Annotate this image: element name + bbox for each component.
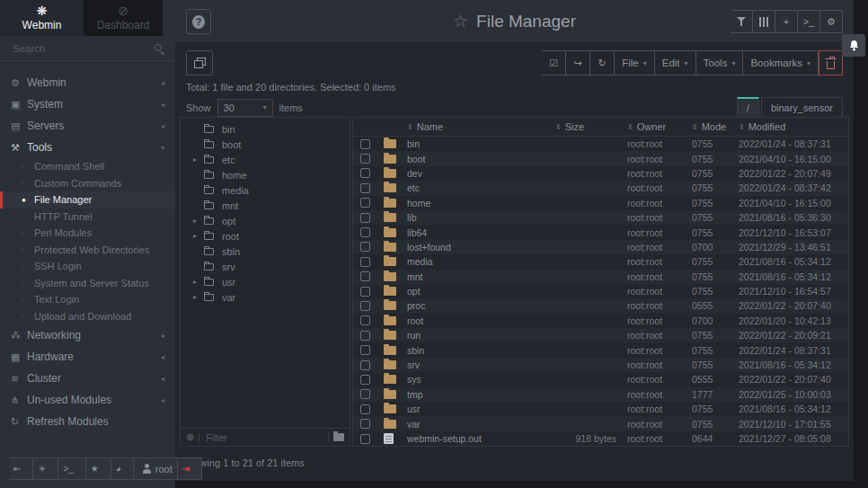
tree-item[interactable]: ▸ sbin: [181, 244, 350, 259]
tree-item[interactable]: ▸ media: [181, 182, 350, 198]
file-name[interactable]: root: [407, 315, 555, 326]
row-checkbox[interactable]: [360, 287, 370, 297]
clear-filter-icon[interactable]: ⊗: [186, 431, 194, 443]
file-name[interactable]: lib64: [407, 227, 555, 238]
file-name[interactable]: proc: [407, 300, 555, 311]
file-row[interactable]: sys root:root 0555 2022/01/22 - 20:07:40: [353, 372, 848, 386]
row-checkbox[interactable]: [360, 227, 370, 237]
language-button[interactable]: ◕: [111, 457, 134, 480]
sidebar-item-tools[interactable]: ⚒ Tools ▾: [0, 137, 175, 158]
row-checkbox[interactable]: [360, 375, 370, 385]
file-row[interactable]: boot root:root 0755 2021/04/10 - 16:15:0…: [353, 151, 848, 165]
file-row[interactable]: root root:root 0700 2022/01/20 - 10:42:1…: [353, 314, 848, 328]
shell-button[interactable]: >_: [58, 457, 85, 480]
sidebar-item-system-and-server-status[interactable]: ◦ System and Server Status: [0, 275, 175, 292]
column-header[interactable]: ⇕ Modified: [739, 121, 848, 132]
file-name[interactable]: dev: [407, 168, 555, 179]
file-name[interactable]: home: [407, 198, 555, 209]
row-checkbox[interactable]: [360, 434, 370, 444]
file-name[interactable]: bin: [407, 138, 555, 149]
file-row[interactable]: lost+found root:root 0700 2021/12/29 - 1…: [353, 240, 848, 254]
tree-item[interactable]: ▸ boot: [181, 137, 350, 152]
sort-icon[interactable]: ⇕: [407, 123, 413, 131]
file-name[interactable]: lib: [407, 212, 555, 223]
path-root-tab[interactable]: /: [737, 97, 759, 118]
sidebar-item-command-shell[interactable]: ◦ Command Shell: [0, 158, 175, 175]
file-row[interactable]: media root:root 0755 2021/08/16 - 05:34:…: [353, 254, 848, 269]
sidebar-item-hardware[interactable]: ▦ Hardware ◂: [0, 346, 175, 368]
column-header[interactable]: ⇕ Mode: [692, 121, 739, 132]
file-row[interactable]: mnt root:root 0755 2021/08/16 - 05:34:12: [353, 270, 848, 284]
sidebar-item-webmin[interactable]: ⚙ Webmin ◂: [0, 72, 175, 93]
expand-arrow-icon[interactable]: ▸: [193, 293, 204, 301]
file-row[interactable]: lib64 root:root 0755 2021/12/10 - 16:53:…: [353, 225, 848, 239]
row-checkbox[interactable]: [360, 168, 370, 178]
sidebar-item-ssh-login[interactable]: ◦ SSH Login: [0, 258, 175, 275]
tree-item[interactable]: ▸ var: [181, 289, 350, 305]
collapse-sidebar-button[interactable]: ⇤: [9, 457, 33, 480]
tree-item[interactable]: ▸ bin: [181, 121, 350, 137]
file-row[interactable]: dev root:root 0755 2022/01/22 - 20:07:49: [353, 166, 848, 181]
tools-menu-button[interactable]: Tools ▾: [696, 50, 744, 75]
row-checkbox[interactable]: [360, 183, 370, 193]
column-header[interactable]: ⇕ Name: [407, 121, 555, 132]
file-row[interactable]: usr root:root 0755 2021/08/16 - 05:34:12: [353, 402, 848, 416]
expand-arrow-icon[interactable]: ▸: [193, 278, 204, 286]
path-binary-sensor-tab[interactable]: binary_sensor: [761, 97, 843, 118]
add-button[interactable]: +: [775, 10, 798, 33]
file-row[interactable]: sbin root:root 0755 2022/01/24 - 08:37:3…: [353, 342, 848, 357]
file-row[interactable]: webmin-setup.out 918 bytes root:root 064…: [353, 431, 848, 446]
file-row[interactable]: home root:root 0755 2021/04/10 - 16:15:0…: [353, 196, 848, 210]
bookmarks-menu-button[interactable]: Bookmarks ▾: [743, 50, 819, 75]
tree-item[interactable]: ▸ usr: [181, 274, 350, 289]
expand-arrow-icon[interactable]: ▸: [193, 232, 204, 240]
sidebar-item-protected-web-directories[interactable]: ◦ Protected Web Directories: [0, 242, 175, 259]
sort-icon[interactable]: ⇕: [692, 123, 698, 131]
sort-icon[interactable]: ⇕: [739, 123, 745, 131]
notifications-bell-button[interactable]: [842, 34, 865, 57]
file-name[interactable]: boot: [407, 154, 555, 164]
folder-icon[interactable]: [333, 433, 344, 441]
row-checkbox[interactable]: [360, 139, 370, 149]
columns-button[interactable]: [753, 10, 775, 33]
file-name[interactable]: var: [407, 419, 555, 430]
file-row[interactable]: proc root:root 0555 2022/01/22 - 20:07:4…: [353, 298, 848, 313]
file-name[interactable]: sys: [407, 374, 555, 385]
file-name[interactable]: webmin-setup.out: [407, 433, 555, 444]
edit-menu-button[interactable]: Edit ▾: [655, 50, 696, 75]
sidebar-item-networking[interactable]: ⁂ Networking ◂: [0, 324, 175, 346]
file-row[interactable]: opt root:root 0755 2021/12/10 - 16:54:57: [353, 284, 848, 298]
row-checkbox[interactable]: [360, 257, 370, 267]
row-checkbox[interactable]: [360, 198, 370, 208]
sidebar-item-file-manager[interactable]: ● File Manager: [0, 191, 175, 209]
file-name[interactable]: etc: [407, 182, 555, 193]
tab-dashboard[interactable]: ⊘ Dashboard: [84, 0, 163, 36]
file-row[interactable]: etc root:root 0755 2022/01/24 - 08:37:42: [353, 181, 848, 195]
expand-arrow-icon[interactable]: ▸: [193, 217, 204, 225]
tab-webmin[interactable]: ❋ Webmin: [0, 0, 84, 36]
sidebar-item-refresh-modules[interactable]: ↻ Refresh Modules: [0, 411, 175, 432]
search-icon[interactable]: [154, 43, 164, 54]
sidebar-item-text-login[interactable]: ◦ Text Login: [0, 291, 175, 308]
sidebar-item-system[interactable]: ▣ System ◂: [0, 93, 175, 115]
sidebar-item-custom-commands[interactable]: ◦ Custom Commands: [0, 175, 175, 192]
sort-icon[interactable]: ⇕: [627, 123, 633, 131]
share-button[interactable]: ↪: [566, 50, 590, 75]
tree-item[interactable]: ▸ home: [181, 167, 350, 182]
file-name[interactable]: opt: [407, 286, 555, 297]
file-name[interactable]: srv: [407, 359, 555, 370]
file-row[interactable]: tmp root:root 1777 2022/01/25 - 10:00:03: [353, 387, 848, 402]
help-button[interactable]: ?: [186, 9, 211, 34]
file-name[interactable]: media: [407, 256, 555, 267]
filter-button[interactable]: [731, 10, 753, 33]
sidebar-item-unused-modules[interactable]: ⋔ Un-used Modules ◂: [0, 389, 175, 411]
terminal-button[interactable]: >_: [798, 10, 820, 33]
logout-button[interactable]: ⇥: [178, 457, 202, 480]
file-menu-button[interactable]: File ▾: [615, 50, 655, 75]
file-row[interactable]: bin root:root 0755 2022/01/24 - 08:37:31: [353, 137, 848, 151]
file-row[interactable]: run root:root 0755 2022/01/22 - 20:09:21: [353, 328, 848, 342]
page-size-select[interactable]: 30 ▾: [217, 99, 273, 117]
expand-arrow-icon[interactable]: ▸: [193, 155, 204, 164]
file-row[interactable]: lib root:root 0755 2021/08/16 - 05:36:30: [353, 210, 848, 225]
tree-item[interactable]: ▸ srv: [181, 259, 350, 274]
